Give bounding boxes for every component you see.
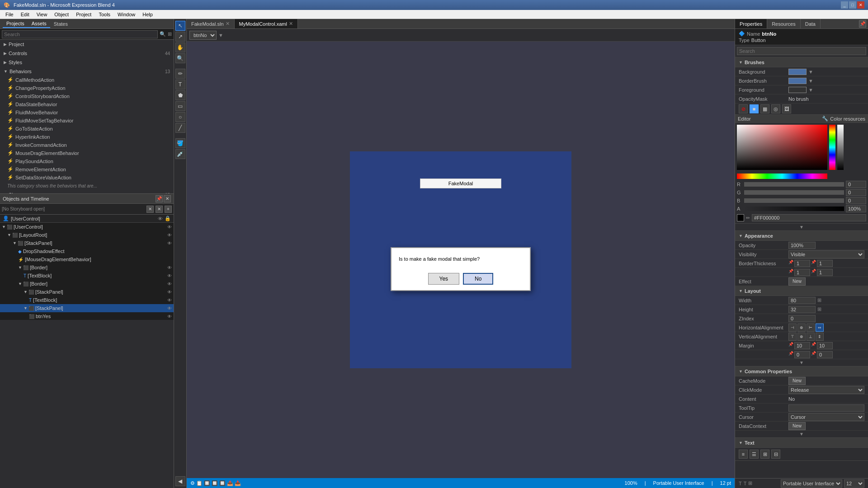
behavior-removeelement[interactable]: ⚡RemoveElementAction (0, 165, 174, 174)
behavior-mousedrag[interactable]: ⚡MouseDragElementBehavior (0, 149, 174, 157)
tree-stackpanel1[interactable]: ▼ ⬛ [StackPanel] 👁 (0, 239, 174, 247)
text-spacing-btn[interactable]: ⊟ (771, 450, 780, 459)
tool-ellipse[interactable]: ○ (175, 112, 185, 122)
input-margin1[interactable] (794, 342, 810, 349)
modal-yes-button[interactable]: Yes (428, 273, 460, 285)
tool-pan[interactable]: ✋ (175, 42, 185, 52)
swatch-background[interactable] (788, 69, 807, 75)
right-tab-data[interactable]: Data (801, 19, 821, 28)
section-brushes[interactable]: ▼ Brushes (735, 57, 868, 67)
color-gradient-picker[interactable] (737, 125, 827, 170)
input-zindex[interactable] (788, 315, 816, 322)
behavior-datastate[interactable]: ⚡DataStateBehavior (0, 100, 174, 108)
eye-border1[interactable]: 👁 (167, 265, 172, 270)
color-hue-bar[interactable] (737, 174, 827, 179)
brush-no-brush-btn[interactable]: ⊘ (739, 104, 748, 113)
tree-border1[interactable]: ▼ ⬛ [Border] 👁 (0, 263, 174, 272)
channel-g-bar[interactable] (744, 190, 844, 195)
expand-btn-1[interactable]: ▼ (799, 225, 804, 230)
prop-search-input[interactable] (737, 47, 866, 55)
swatch-borderbrush[interactable] (788, 78, 807, 84)
add-storyboard-btn[interactable]: + (165, 206, 172, 213)
behavior-setdatastore[interactable]: ⚡SetDataStoreValueAction (0, 174, 174, 182)
pin-objects-btn[interactable]: 📌 (156, 195, 163, 202)
eye-stackpanel1[interactable]: 👁 (167, 241, 172, 246)
ha-stretch-btn[interactable]: ⇔ (816, 324, 824, 332)
select-visibility[interactable]: Visible Hidden Collapsed (788, 250, 864, 258)
tab-states[interactable]: States (50, 20, 71, 28)
search-input[interactable] (2, 30, 158, 38)
tool-text[interactable]: T (175, 80, 185, 89)
eye-usercontrol[interactable]: 👁 (167, 225, 172, 230)
eye-btnyes[interactable]: 👁 (167, 314, 172, 319)
tree-stackpanel2[interactable]: ▼ ⬛ [StackPanel] 👁 (0, 288, 174, 296)
tool-bucket[interactable]: 🪣 (175, 138, 185, 148)
channel-a-input[interactable] (846, 205, 866, 212)
tool-zoom[interactable]: 🔍 (175, 53, 185, 63)
modal-no-button[interactable]: No (463, 273, 493, 285)
va-bottom-btn[interactable]: ⊥ (807, 333, 815, 341)
menu-object[interactable]: Object (51, 11, 72, 18)
hex-color-input[interactable] (752, 214, 866, 221)
menu-view[interactable]: View (33, 11, 51, 18)
brush-image-btn[interactable]: 🖼 (782, 104, 791, 113)
tool-pointer[interactable]: ↖ (175, 21, 185, 31)
channel-g-input[interactable] (846, 189, 866, 196)
input-height[interactable] (788, 306, 816, 313)
va-center-btn[interactable]: ⊕ (797, 333, 806, 341)
brush-gradient-btn[interactable]: ▦ (760, 104, 769, 113)
tab-assets[interactable]: Assets (28, 20, 50, 28)
tree-layoutroot[interactable]: ▼ ⬛ [LayoutRoot] 👁 (0, 231, 174, 239)
input-bt3[interactable] (794, 269, 810, 276)
input-width[interactable] (788, 297, 816, 304)
tool-shape[interactable]: ⬟ (175, 90, 185, 100)
right-panel-pin[interactable]: 📌 (859, 20, 866, 28)
menu-file[interactable]: File (2, 11, 17, 18)
category-project[interactable]: ▶ Project (0, 40, 174, 49)
eye-icon-root[interactable]: 👁 (158, 216, 163, 221)
input-bt4[interactable] (817, 269, 833, 276)
behavior-hyperlink[interactable]: ⚡HyperlinkAction (0, 133, 174, 141)
behavior-fluidmove[interactable]: ⚡FluidMoveBehavior (0, 108, 174, 117)
tree-textblock1[interactable]: T [TextBlock] 👁 (0, 272, 174, 280)
lock-icon-root[interactable]: 🔒 (165, 216, 171, 221)
tab-mymodalcontrol[interactable]: MyModalControl.xaml ✕ (235, 19, 298, 28)
close-button[interactable]: ✕ (857, 1, 864, 9)
input-opacity[interactable] (788, 242, 816, 249)
maximize-button[interactable]: □ (849, 1, 856, 9)
font-family-select[interactable]: Portable User Interface (781, 479, 842, 488)
cachemode-new-button[interactable]: New (788, 377, 806, 385)
tree-border2[interactable]: ▼ ⬛ [Border] 👁 (0, 280, 174, 288)
menu-help[interactable]: Help (139, 11, 156, 18)
tree-mousedrag[interactable]: ⚡ [MouseDragElementBehavior] (0, 255, 174, 263)
close-storyboard-btn[interactable]: ✕ (146, 206, 154, 213)
eye-border2[interactable]: 👁 (167, 282, 172, 286)
channel-b-input[interactable] (846, 197, 866, 204)
datacontext-new-button[interactable]: New (788, 422, 806, 430)
category-shapes[interactable]: ▶ Shapes 18 (0, 190, 174, 193)
behavior-fluidmoveset[interactable]: ⚡FluidMoveSetTagBehavior (0, 117, 174, 125)
channel-b-bar[interactable] (744, 198, 844, 203)
tool-pencil[interactable]: ✏ (175, 69, 185, 79)
va-stretch-btn[interactable]: ⇕ (816, 333, 824, 341)
select-clickmode[interactable]: Release Press Hover (788, 386, 864, 394)
behavior-invokecommand[interactable]: ⚡InvokeCommandAction (0, 141, 174, 149)
canvas-area[interactable]: FakeModal Is to make a fake modal that s… (187, 42, 735, 478)
tool-line[interactable]: ╱ (175, 123, 185, 133)
tree-usercontrol[interactable]: ▼ ⬛ [UserControl] 👁 (0, 223, 174, 231)
brush-radial-btn[interactable]: ◎ (771, 104, 780, 113)
input-margin2[interactable] (817, 342, 833, 349)
category-controls[interactable]: ▶ Controls 44 (0, 49, 174, 58)
tab-projects[interactable]: Projects (3, 20, 28, 28)
swatch-foreground[interactable] (788, 87, 807, 93)
section-appearance[interactable]: ▼ Appearance (735, 231, 868, 241)
eye-textblock1[interactable]: 👁 (167, 273, 172, 278)
ha-center-btn[interactable]: ⊕ (797, 324, 806, 332)
eye-textblock2[interactable]: 👁 (167, 298, 172, 303)
eye-stackpanel3[interactable]: 👁 (167, 306, 172, 311)
menu-window[interactable]: Window (114, 11, 139, 18)
expand-btn-3[interactable]: ▼ (799, 432, 804, 436)
expand-borderbrush[interactable]: ▼ (808, 78, 813, 84)
tool-eyedropper[interactable]: 💉 (175, 149, 185, 159)
tool-rectangle[interactable]: ▭ (175, 101, 185, 111)
